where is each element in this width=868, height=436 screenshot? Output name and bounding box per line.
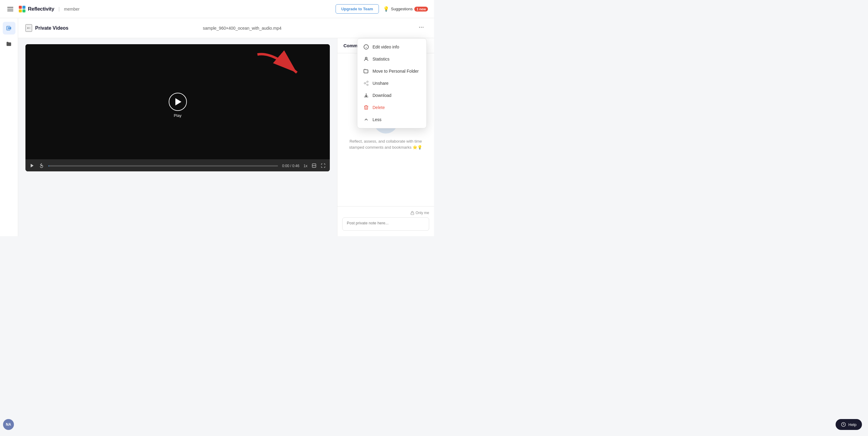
svg-line-14 (365, 82, 367, 83)
only-me-label: Only me (342, 211, 429, 215)
video-controls: 15 0:00 / 0:46 1x (26, 159, 330, 172)
info-circle-icon (364, 44, 369, 50)
folder-icon (6, 41, 12, 47)
play-circle (169, 93, 187, 111)
unshare-label: Unshare (373, 81, 389, 86)
svg-point-5 (423, 27, 424, 28)
play-pause-button[interactable] (30, 163, 34, 169)
svg-point-11 (364, 83, 366, 84)
svg-point-10 (367, 81, 368, 83)
download-icon (364, 93, 369, 98)
trash-icon (364, 105, 369, 110)
comments-empty-text: Reflect, assess, and collaborate with ti… (343, 138, 428, 150)
move-to-personal-label: Move to Personal Folder (373, 69, 419, 73)
comments-footer: Only me (337, 206, 434, 236)
main-content: ← Private Videos sample_960×400_ocean_wi… (18, 18, 434, 236)
unshare-icon (364, 81, 369, 86)
play-icon (30, 163, 34, 168)
logo-text: Reflectivity (28, 6, 54, 12)
logo-member: member (64, 7, 79, 11)
dropdown-item-delete[interactable]: Delete (358, 101, 427, 114)
header: Reflectivity | member Upgrade to Team 💡 … (0, 0, 434, 18)
dropdown-item-edit-video-info[interactable]: Edit video info (358, 41, 427, 53)
layout-icon (312, 163, 316, 168)
breadcrumb-bar: ← Private Videos sample_960×400_ocean_wi… (18, 18, 434, 38)
logo-sq-green (23, 9, 26, 12)
suggestions-label: Suggestions (391, 7, 413, 11)
new-badge: 1 new (414, 7, 428, 11)
more-options-button[interactable] (416, 23, 427, 33)
progress-fill (49, 165, 49, 166)
edit-video-info-label: Edit video info (373, 44, 399, 49)
svg-point-9 (365, 57, 367, 59)
chevron-up-icon (364, 117, 369, 122)
video-player[interactable]: Play 15 (26, 44, 330, 172)
app-body: ← Private Videos sample_960×400_ocean_wi… (0, 18, 434, 236)
svg-point-4 (421, 27, 422, 28)
fullscreen-icon (321, 163, 326, 168)
svg-text:15: 15 (40, 165, 42, 166)
svg-line-13 (365, 84, 367, 85)
play-button-wrapper[interactable]: Play (169, 93, 187, 118)
lock-icon (410, 211, 414, 215)
sidebar-item-folders[interactable] (3, 37, 16, 50)
speed-button[interactable]: 1x (304, 164, 307, 168)
dropdown-item-download[interactable]: Download (358, 89, 427, 101)
hamburger-menu[interactable] (6, 6, 14, 12)
logo-sq-blue (23, 6, 26, 9)
logo-divider: | (58, 6, 60, 12)
dropdown-item-unshare[interactable]: Unshare (358, 77, 427, 89)
video-section: Play 15 (18, 38, 337, 236)
rewind-icon: 15 (39, 163, 44, 168)
dropdown-item-statistics[interactable]: Statistics (358, 53, 427, 65)
note-input[interactable] (342, 217, 429, 231)
logo-sq-yellow (19, 9, 22, 12)
svg-marker-16 (31, 164, 33, 167)
back-button[interactable]: ← (26, 24, 32, 32)
sidebar-item-videos[interactable] (3, 22, 16, 34)
breadcrumb-title: Private Videos (35, 25, 68, 31)
logo-sq-red (19, 6, 22, 9)
layout-button[interactable] (312, 163, 316, 169)
ellipsis-icon (418, 24, 424, 30)
delete-label: Delete (373, 105, 384, 110)
person-icon (364, 56, 369, 62)
logo-icon (19, 6, 26, 12)
rewind-button[interactable]: 15 (39, 163, 44, 169)
statistics-label: Statistics (373, 57, 390, 61)
time-display: 0:00 / 0:46 (282, 164, 300, 168)
suggestions-button[interactable]: 💡 Suggestions 1 new (383, 6, 428, 12)
breadcrumb-left: ← Private Videos (26, 24, 68, 32)
download-label: Download (373, 93, 391, 98)
sidebar (0, 18, 18, 236)
only-me-text: Only me (415, 211, 429, 215)
dropdown-item-less[interactable]: Less (358, 114, 427, 126)
dropdown-menu: Edit video info Statistics (357, 38, 427, 128)
play-label: Play (174, 113, 181, 118)
folder-move-icon (364, 68, 369, 74)
less-label: Less (373, 117, 382, 122)
video-filename: sample_960×400_ocean_with_audio.mp4 (203, 26, 282, 31)
fullscreen-button[interactable] (321, 163, 326, 169)
video-icon (6, 25, 12, 31)
progress-bar[interactable] (49, 165, 278, 166)
play-triangle (175, 98, 181, 105)
logo-area: Reflectivity | member (19, 6, 80, 12)
svg-rect-20 (411, 213, 414, 214)
dropdown-item-move-to-personal[interactable]: Move to Personal Folder (358, 65, 427, 77)
svg-point-3 (419, 27, 420, 28)
bulb-icon: 💡 (383, 6, 389, 12)
svg-point-12 (367, 84, 368, 86)
header-right: Upgrade to Team 💡 Suggestions 1 new (336, 4, 428, 13)
header-left: Reflectivity | member (6, 6, 80, 12)
upgrade-button[interactable]: Upgrade to Team (336, 4, 379, 13)
